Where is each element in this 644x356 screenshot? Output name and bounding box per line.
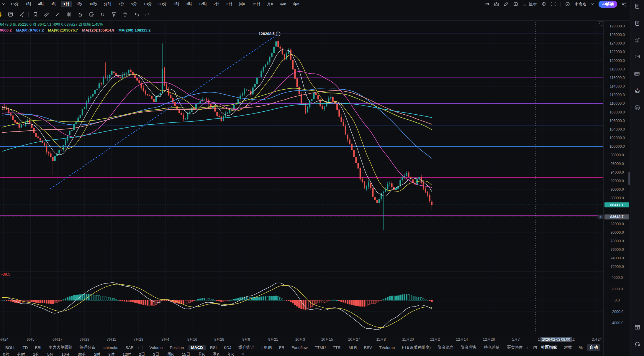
bookmark-icon[interactable]	[31, 10, 40, 19]
tab-TTSI[interactable]: TTSI	[330, 345, 344, 350]
camera-icon[interactable]	[494, 1, 499, 7]
new-pane-icon[interactable]	[513, 1, 518, 7]
fullscreen-icon[interactable]	[551, 1, 556, 6]
timeframe-8时[interactable]: 8时	[48, 1, 60, 7]
timeframe-15分[interactable]: 15分	[8, 1, 22, 7]
convert-icon[interactable]	[630, 103, 644, 113]
market-monitor-icon[interactable]	[630, 52, 644, 62]
redo-icon[interactable]	[143, 10, 152, 19]
more-chevron-icon[interactable]: ›	[138, 345, 139, 350]
tab-资金流向[interactable]: 资金流向	[435, 344, 456, 351]
timeframe-15日[interactable]: 15日	[249, 1, 263, 7]
tab-Position[interactable]: Position	[167, 345, 186, 350]
target-icon[interactable]	[541, 1, 546, 6]
tab-community-indicators[interactable]: 社区指标	[538, 344, 560, 351]
edit-timeframe-0秒[interactable]: 0秒	[3, 352, 9, 356]
tab-BSV[interactable]: BSV	[361, 345, 375, 350]
scale-log-button[interactable]: 对数	[561, 344, 575, 351]
timeframe-年K[interactable]: 年K	[291, 1, 303, 7]
timeframe-月K[interactable]: 月K	[264, 1, 276, 7]
ai-robot-icon[interactable]	[630, 85, 644, 95]
display-settings-icon[interactable]: 显示	[523, 1, 537, 7]
edit-timeframe-30分[interactable]: 30分	[78, 352, 86, 356]
timeframe-1分[interactable]: 1分	[115, 1, 127, 7]
tab-TTMU[interactable]: TTMU	[312, 345, 329, 350]
trendline-tool-icon[interactable]	[17, 10, 26, 19]
tab-TD[interactable]: TD	[20, 345, 31, 350]
more-chevron-icon[interactable]: ›	[527, 345, 528, 350]
timeframe-5分[interactable]: 5分	[128, 1, 140, 7]
timeframe-1时[interactable]: 1时	[23, 1, 34, 7]
timeframe-3日[interactable]: 3日	[224, 1, 235, 7]
cloud-saved-icon[interactable]	[565, 1, 570, 7]
tab-爆仓统计[interactable]: 爆仓统计	[236, 344, 257, 351]
candlestick-chart[interactable]: 126208.5	[0, 0, 603, 356]
edit-timeframe-周K[interactable]: 周K	[167, 352, 174, 356]
tab-筹码分布[interactable]: 筹码分布	[77, 344, 98, 351]
tab-MACD[interactable]: MACD	[189, 345, 206, 350]
tab-BBI[interactable]: BBI	[32, 345, 44, 350]
timeframe-3时[interactable]: 3时	[183, 1, 195, 7]
timeframe-1日[interactable]: 1日	[61, 1, 72, 7]
etf-icon[interactable]: ETF	[630, 69, 644, 79]
edit-timeframe-季K[interactable]: 季K	[213, 352, 219, 356]
filter-icon[interactable]	[109, 10, 118, 19]
chevron-down-icon[interactable]	[2, 2, 5, 6]
close-row-icon[interactable]: ×	[242, 352, 244, 356]
timeframe-2时[interactable]: 2时	[171, 1, 182, 7]
date-axis[interactable]: 3月82月242月121月191月712月2612月1412月211月2011月…	[0, 336, 630, 343]
tab-Ichimoku[interactable]: Ichimoku	[100, 345, 121, 350]
edit-timeframe-2时[interactable]: 2时	[94, 352, 100, 356]
replay-edit-icon[interactable]	[6, 10, 15, 19]
undo-icon[interactable]	[132, 10, 141, 19]
timeframe-季K[interactable]: 季K	[277, 1, 289, 7]
magnet-icon[interactable]	[98, 10, 107, 19]
pattern-tool-icon[interactable]	[65, 10, 73, 19]
timeframe-30分[interactable]: 30分	[156, 1, 170, 7]
timeframe-周K[interactable]: 周K	[236, 1, 248, 7]
edit-timeframe-年K[interactable]: 年K	[227, 352, 234, 356]
trash-icon[interactable]	[121, 10, 130, 19]
note-edit-icon[interactable]	[87, 10, 96, 19]
edit-timeframe-3日[interactable]: 3日	[153, 352, 159, 356]
tab-FR[interactable]: FR	[276, 345, 287, 350]
tab-LSUR[interactable]: LSUR	[259, 345, 275, 350]
news-icon[interactable]	[630, 1, 644, 11]
edit-timeframe-1分[interactable]: 1分	[33, 352, 39, 356]
edit-timeframe-2日[interactable]: 2日	[139, 352, 145, 356]
timeframe-30秒[interactable]: 30秒	[86, 1, 100, 7]
brush-icon[interactable]	[53, 10, 62, 19]
edit-timeframe-15日[interactable]: 15日	[182, 352, 190, 356]
tab-持仓差值[interactable]: 持仓差值	[481, 344, 502, 351]
price-axis[interactable]: 86417.1 83648.7 + 128000.0126000.0124000…	[603, 0, 631, 356]
tab-KDJ[interactable]: KDJ	[221, 345, 234, 350]
edit-timeframe-月K[interactable]: 月K	[198, 352, 205, 356]
favorite-tool-icon[interactable]	[0, 10, 4, 19]
workspace-name[interactable]: 未命名	[575, 1, 587, 7]
add-alert-plus-button[interactable]: +	[598, 215, 603, 219]
ai-analysis-button[interactable]: AI解读	[599, 1, 617, 8]
tab-主力大单跟踪[interactable]: 主力大单跟踪	[46, 344, 75, 351]
edit-timeframe-5分[interactable]: 5分	[47, 352, 53, 356]
timeframe-10分[interactable]: 10分	[141, 1, 155, 7]
edit-timeframe-分时[interactable]: 分时	[17, 352, 25, 356]
trend-analysis-icon[interactable]	[630, 35, 644, 45]
funding-icon[interactable]: $	[630, 18, 644, 28]
edit-timeframe-12时[interactable]: 12时	[122, 352, 131, 356]
scale-auto-button[interactable]: 自动	[587, 344, 600, 351]
tab-Volume[interactable]: Volume	[147, 345, 165, 350]
tab-TVolume[interactable]: TVolume	[376, 345, 397, 350]
lock-icon[interactable]	[76, 10, 85, 19]
timeframe-2日[interactable]: 2日	[211, 1, 222, 7]
tab-Fundflow[interactable]: Fundflow	[289, 345, 310, 350]
timeframe-分时[interactable]: 分时	[101, 1, 114, 7]
edit-community-icon[interactable]	[533, 345, 538, 350]
tab-资金背离[interactable]: 资金背离	[458, 344, 479, 351]
edit-timeframe-3时[interactable]: 3时	[108, 352, 114, 356]
timeframe-12时[interactable]: 12时	[196, 1, 210, 7]
tab-BOLL[interactable]: BOLL	[3, 345, 18, 350]
timeframe-1秒[interactable]: 1秒	[73, 1, 85, 7]
tab-MLR[interactable]: MLR	[346, 345, 360, 350]
interval-badge[interactable]: 1s	[485, 2, 489, 6]
layout-icon[interactable]	[630, 322, 644, 332]
